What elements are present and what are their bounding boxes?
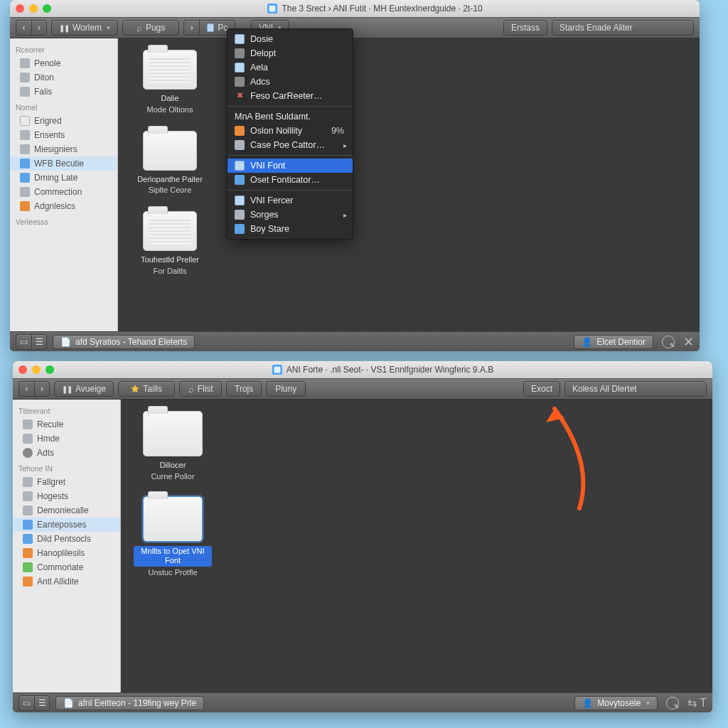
sidebar-item-icon [23, 505, 33, 515]
status-icon-2[interactable]: ⇆ T [687, 696, 707, 710]
content-area[interactable]: DalieMode OltionsDeriopanthe PaiterSiplt… [118, 38, 700, 331]
search-icon [136, 23, 142, 33]
finder-window-2: ANI Forte · .nll Seot‑ · VS1 Ennlfgnider… [13, 361, 712, 712]
sidebar-item[interactable]: Miesigniers [10, 142, 117, 156]
sidebar-heading: Verleesss [10, 213, 117, 228]
sidebar-item[interactable]: WFB Becutie [10, 156, 117, 171]
sidebar-item[interactable]: Antl Allidite [13, 574, 120, 589]
avueige-button[interactable]: ❚❚Avueige [54, 381, 114, 397]
window-title: The 3 Srect › ANI Futit · MH EuntexInerd… [56, 4, 694, 14]
window-zoom-button[interactable] [43, 4, 51, 13]
status-icon-2[interactable]: ✕ [683, 334, 694, 350]
folder-item[interactable]: DillocerCurne Pollor [134, 411, 212, 482]
sidebar-item-label: Adgnlesics [34, 201, 75, 211]
sidebar-item[interactable]: Hmde [13, 432, 120, 446]
sidebar-heading: Ttiteerant [13, 402, 120, 417]
sidebar-item[interactable]: Ensents [10, 128, 117, 142]
menu-item[interactable]: Adcs [228, 75, 353, 89]
status-icon-1[interactable]: ✎ [662, 336, 675, 348]
sidebar-item-icon [23, 534, 33, 544]
trots-button[interactable]: Trojs [226, 381, 262, 397]
taills-button[interactable]: Taills [118, 381, 175, 397]
menu-item[interactable]: VNI Fercer [228, 193, 353, 208]
search-icon [188, 384, 194, 395]
pause-icon: ❚❚ [59, 24, 69, 32]
user-pill[interactable]: 👤Elcet Dentior [574, 335, 653, 349]
window-close-button[interactable] [16, 4, 24, 13]
sidebar-item[interactable]: Hanoplilesils [13, 546, 120, 560]
menu-item-label: Aela [250, 63, 268, 73]
view-toggle-1[interactable]: ▭ [16, 334, 31, 350]
sidebar-item[interactable]: Hogests [13, 489, 120, 503]
back-button[interactable]: ‹ [16, 20, 31, 36]
menu-item[interactable]: Dosie [228, 32, 353, 46]
menu-item[interactable]: VNI Font [228, 159, 353, 173]
exoct-button[interactable]: Exoct [523, 381, 560, 397]
folder-label: DillocerCurne Pollor [151, 461, 194, 482]
sidebar-item[interactable]: Fallgret [13, 475, 120, 489]
sidebar-item[interactable]: Diton [10, 70, 117, 85]
titlebar[interactable]: ANI Forte · .nll Seot‑ · VS1 Ennlfgnider… [13, 361, 712, 378]
window-minimize-button[interactable] [32, 365, 41, 374]
sidebar-item[interactable]: Adts [13, 446, 120, 460]
view-toggle-1[interactable]: ▭ [18, 695, 34, 711]
sidebar-item[interactable]: Demoniecalle [13, 503, 120, 518]
worlem-button[interactable]: ❚❚Worlem▾ [51, 20, 118, 36]
view-toggle-2[interactable]: ☰ [34, 695, 50, 711]
menu-item[interactable]: Boy Stare [228, 222, 353, 236]
search-pugs-button[interactable]: Pugs [122, 20, 179, 36]
menu-item[interactable]: Delopt [228, 46, 353, 60]
status-icon-1[interactable]: ✎ [666, 697, 679, 710]
forward-button[interactable]: › [34, 381, 50, 397]
sidebar-item-label: Commoriate [37, 562, 83, 572]
folder-item[interactable]: DalieMode Oltions [131, 50, 209, 115]
back-button[interactable]: ‹ [18, 381, 34, 397]
content-area[interactable]: DillocerCurne PollorMnllts to Opet VNI F… [121, 400, 712, 692]
sidebar-item[interactable]: Penole [10, 56, 117, 70]
koless-button[interactable]: Koless All Dlertet [564, 381, 707, 397]
window-body: Rceorrer PenoleDitonFalis Nomel ErigredE… [10, 38, 700, 331]
sidebar-item-icon [20, 159, 30, 168]
menu-item[interactable]: Oslon Nolllity9% [228, 124, 353, 138]
sidebar-item-icon [23, 448, 33, 458]
sidebar-item[interactable]: Erigred [10, 114, 117, 128]
path-pill[interactable]: 📄afd Syratios - Tehand Eleterts [53, 335, 195, 349]
sidebar-item[interactable]: Dild Pentsocls [13, 532, 120, 546]
sidebar-item[interactable]: Commoriate [13, 560, 120, 574]
titlebar[interactable]: The 3 Srect › ANI Futit · MH EuntexInerd… [10, 0, 700, 17]
caret-button[interactable]: › [183, 20, 199, 36]
folder-item[interactable]: Mnllts to Opet VNI FontUnstuc Protfle [134, 496, 212, 578]
path-pill[interactable]: 📄afnl Eeitteon - 119fing wey Prle [55, 696, 204, 710]
sidebar-item-icon [23, 477, 33, 487]
menu-item[interactable]: Aela [228, 60, 353, 75]
folder-item[interactable]: Touhestld PrellerFor Daitls [131, 211, 209, 277]
menu-item[interactable]: Sorges▸ [228, 208, 353, 222]
user-pill[interactable]: 👤Movytosele▾ [574, 696, 658, 710]
sidebar-item[interactable]: Commection [10, 185, 117, 199]
forward-button[interactable]: › [31, 20, 47, 36]
window-minimize-button[interactable] [29, 4, 38, 13]
submenu-arrow-icon: ▸ [343, 211, 347, 219]
folder-icon [143, 50, 197, 90]
window-body: Ttiteerant ReculeHmdeAdts Tehone IN Fall… [13, 400, 712, 692]
window-zoom-button[interactable] [46, 365, 54, 374]
sidebar-item[interactable]: Falis [10, 85, 117, 99]
starde-button[interactable]: Stards Enade Aliter [552, 20, 694, 36]
sidebar-item[interactable]: Adgnlesics [10, 199, 117, 213]
menu-item-icon [235, 48, 245, 58]
view-toggle-2[interactable]: ☰ [31, 334, 47, 350]
sidebar-item[interactable]: Recule [13, 417, 120, 432]
erstass-button[interactable]: Erstass [503, 20, 547, 36]
menu-item[interactable]: ✖Feso CarReeter… [228, 89, 353, 103]
folder-icon: 📄 [60, 337, 71, 347]
pluny-button[interactable]: Pluny [266, 381, 306, 397]
menu-item[interactable]: Oset Fonticator… [228, 173, 353, 187]
folder-item[interactable]: Deriopanthe PaiterSiplte Ceore [131, 131, 209, 196]
menu-item[interactable]: Case Poe Cattor…▸ [228, 138, 353, 152]
sidebar-item-label: Dild Pentsocls [37, 534, 91, 544]
sidebar-item[interactable]: Eanteposses [13, 518, 120, 532]
window-close-button[interactable] [18, 365, 27, 374]
sidebar-item[interactable]: Dming Late [10, 171, 117, 185]
menu-item[interactable]: MnA Bent Suldamt. [228, 109, 353, 124]
flist-button[interactable]: Flist [179, 381, 222, 397]
